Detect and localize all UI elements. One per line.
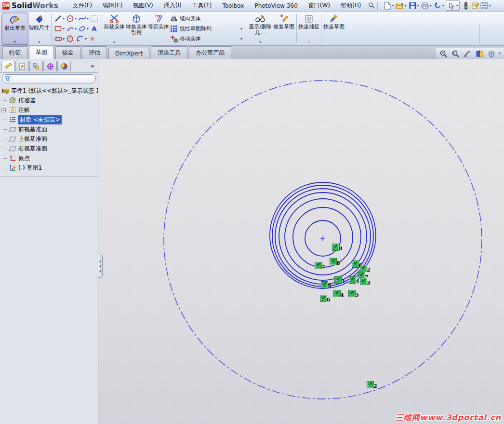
tree-item-origin[interactable]: 原点	[1, 153, 98, 163]
ribbon-tab[interactable]: DimXpert	[108, 48, 149, 59]
dimxpertmanager-tab[interactable]	[43, 61, 57, 71]
linear-pattern-caret[interactable]: ▾	[240, 27, 243, 31]
move-entities-caret[interactable]: ▾	[240, 37, 243, 41]
ellipse-tool-caret[interactable]: ▾	[87, 27, 89, 31]
sketch-relation-marker[interactable]: 8	[332, 244, 339, 251]
sketch-relation-marker[interactable]: 3	[360, 278, 367, 285]
ribbon-tab[interactable]: 评估	[82, 46, 107, 59]
tree-root-part[interactable]: 零件1 (默认<<默认>_显示状态 1	[1, 86, 98, 96]
ribbon-tab[interactable]: 特征	[2, 46, 27, 59]
text-tool-icon[interactable]: A	[90, 24, 99, 33]
sketch-relation-marker[interactable]: 6	[320, 295, 327, 302]
view-orientation-icon[interactable]	[487, 49, 496, 58]
view-orientation-caret[interactable]: ▾	[499, 52, 501, 55]
circle-tool-caret[interactable]: ▾	[75, 17, 77, 21]
rectangle-tool-caret[interactable]: ▾	[63, 27, 65, 31]
menu-item[interactable]: 帮助(H)	[335, 0, 366, 12]
propertymanager-tab[interactable]	[15, 61, 29, 71]
trim-entities-caret[interactable]: ▾	[113, 41, 115, 45]
polygon-tool-icon[interactable]	[66, 34, 75, 43]
save-icon[interactable]	[408, 1, 417, 10]
ribbon-tab[interactable]: 草图	[29, 46, 54, 59]
fillet-tool-caret[interactable]: ▾	[85, 37, 87, 41]
menu-item[interactable]: 视图(V)	[128, 0, 159, 12]
tree-item-right-plane[interactable]: 右视基准面	[1, 144, 98, 153]
display-delete-relations-button[interactable]: 显示/删除几... ▾	[248, 13, 273, 45]
menu-item[interactable]: 编辑(E)	[97, 0, 128, 12]
featuremanager-tab[interactable]	[1, 61, 15, 71]
ribbon-tab[interactable]: 钣金	[55, 46, 80, 59]
open-dropdown-caret[interactable]: ▾	[404, 4, 406, 8]
undo-dropdown-caret[interactable]: ▾	[442, 4, 444, 8]
display-delete-relations-caret[interactable]: ▾	[259, 41, 261, 45]
previous-view-icon[interactable]	[463, 49, 472, 58]
tree-item-sensors[interactable]: 传感器	[1, 96, 98, 105]
tree-item-sketch1[interactable]: (-) 草图1	[1, 163, 98, 173]
line-tool-caret[interactable]: ▾	[63, 17, 65, 21]
slot-tool-caret[interactable]: ▾	[63, 37, 65, 41]
search-icon[interactable]	[368, 2, 375, 9]
trim-entities-button[interactable]: 剪裁实体 ▾	[104, 13, 125, 45]
sketch-relation-marker[interactable]: 2	[367, 381, 374, 388]
ellipse-tool-icon[interactable]	[78, 24, 87, 33]
smart-dimension-caret[interactable]: ▾	[38, 41, 40, 45]
circle-tool-icon[interactable]	[66, 14, 75, 23]
arc-tool-icon[interactable]	[66, 24, 75, 33]
quick-snaps-caret[interactable]: ▾	[308, 41, 310, 45]
sketch-relation-marker[interactable]: 6	[352, 260, 359, 268]
quick-snaps-button[interactable]: 快速捕捉 ▾	[298, 13, 319, 45]
slot-tool-icon[interactable]	[53, 34, 63, 43]
arc-tool-caret[interactable]: ▾	[75, 27, 77, 31]
sketch-relation-marker[interactable]: 3	[334, 276, 342, 284]
new-document-icon[interactable]	[383, 1, 392, 10]
zoom-fit-icon[interactable]	[438, 49, 448, 58]
menu-item[interactable]: 工具(T)	[187, 0, 217, 12]
sketch-relation-marker[interactable]: 5	[321, 281, 328, 288]
sketch-relation-marker[interactable]: 4	[333, 290, 341, 297]
mirror-entities-button[interactable]: 镜向实体	[170, 14, 243, 23]
sketch-relation-marker[interactable]: 7	[315, 262, 322, 269]
spline-tool-icon[interactable]	[78, 14, 87, 23]
select-tool[interactable]: ▾	[446, 0, 460, 11]
linear-pattern-button[interactable]: 线性草图阵列 ▾	[170, 25, 243, 33]
save-dropdown-caret[interactable]: ▾	[417, 4, 419, 8]
point-tool-icon[interactable]: ✳	[88, 34, 97, 43]
menu-item[interactable]: 插入(I)	[159, 0, 187, 12]
menu-item[interactable]: 窗口(W)	[303, 0, 335, 12]
repair-sketch-button[interactable]: 修复草图	[273, 13, 295, 45]
select-dropdown-caret[interactable]: ▾	[456, 4, 458, 8]
rapid-sketch-button[interactable]: 快速草图	[323, 13, 345, 45]
panel-overflow-chevron[interactable]: »	[91, 63, 96, 69]
undo-icon[interactable]	[433, 1, 442, 10]
menu-item[interactable]: PhotoView 360	[249, 0, 303, 11]
sketch-relation-marker[interactable]: 2	[360, 265, 367, 272]
offset-entities-button[interactable]: 等距实体	[148, 13, 169, 45]
interference-lights-icon[interactable]	[462, 1, 471, 10]
print-icon[interactable]	[421, 1, 430, 10]
expand-plus-icon[interactable]: +	[1, 108, 6, 112]
tree-item-top-plane[interactable]: 上视基准面	[1, 134, 98, 144]
spline-tool-caret[interactable]: ▾	[87, 17, 89, 21]
rectangle-tool-icon[interactable]	[53, 24, 63, 33]
view-settings-dropdown-caret[interactable]: ▾	[489, 4, 491, 8]
print-dropdown-caret[interactable]: ▾	[430, 4, 432, 8]
fillet-tool-icon[interactable]	[76, 34, 85, 43]
tree-item-front-plane[interactable]: 前视基准面	[1, 124, 98, 134]
move-entities-button[interactable]: 移动实体 ▾	[170, 35, 243, 43]
exit-sketch-button[interactable]: 退出草图 ▾	[1, 13, 28, 45]
ribbon-tab[interactable]: 办公室产品	[189, 46, 231, 59]
zoom-area-icon[interactable]	[451, 49, 460, 58]
menu-item[interactable]: 文件(F)	[67, 0, 97, 12]
options-note-icon[interactable]	[471, 1, 480, 10]
filter-input[interactable]	[12, 75, 86, 82]
graphics-viewport[interactable]: 8 8 7 6 2 7 3 4	[98, 59, 504, 424]
ribbon-tab[interactable]: 渲染工具	[151, 46, 187, 59]
exit-sketch-caret[interactable]: ▾	[14, 40, 16, 44]
sketch-relation-marker[interactable]: 5	[348, 290, 356, 297]
view-settings-icon[interactable]	[480, 1, 489, 10]
sketch-relation-marker[interactable]: 8	[330, 258, 337, 265]
sketch-relation-marker[interactable]: 4	[349, 276, 356, 284]
line-tool-icon[interactable]	[53, 14, 63, 23]
selection-box-icon[interactable]	[90, 14, 99, 23]
smart-dimension-button[interactable]: 智能尺寸 ▾	[28, 13, 50, 45]
